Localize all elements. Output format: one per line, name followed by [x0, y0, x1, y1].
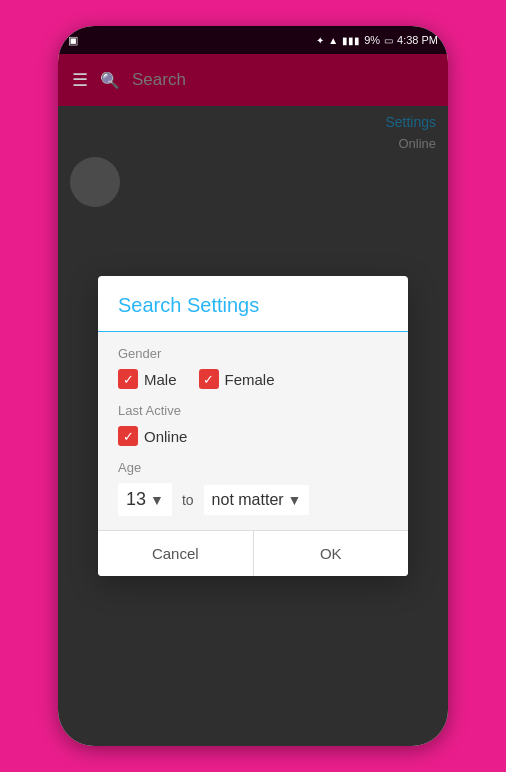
age-row: 13 ▼ to not matter ▼	[118, 483, 388, 516]
gender-row: ✓ Male ✓ Female	[118, 369, 388, 389]
search-icon: 🔍	[100, 71, 120, 90]
clock: 4:38 PM	[397, 34, 438, 46]
last-active-row: ✓ Online	[118, 426, 388, 446]
age-from-dropdown[interactable]: 13 ▼	[118, 483, 172, 516]
settings-icon: ✦	[316, 35, 324, 46]
female-checkbox-item[interactable]: ✓ Female	[199, 369, 275, 389]
age-to-connector: to	[182, 492, 194, 508]
phone-frame: ▣ ✦ ▲ ▮▮▮ 9% ▭ 4:38 PM ☰ 🔍 Settings Onli…	[58, 26, 448, 746]
dialog-title: Search Settings	[98, 276, 408, 332]
battery-icon: ▭	[384, 35, 393, 46]
modal-overlay: Search Settings Gender ✓ Male ✓ Female	[58, 106, 448, 746]
status-right: ✦ ▲ ▮▮▮ 9% ▭ 4:38 PM	[316, 34, 438, 46]
online-checkbox-item[interactable]: ✓ Online	[118, 426, 187, 446]
battery-percent: 9%	[364, 34, 380, 46]
status-left: ▣	[68, 34, 78, 47]
app-bar: ☰ 🔍	[58, 54, 448, 106]
online-checkbox[interactable]: ✓	[118, 426, 138, 446]
search-settings-dialog: Search Settings Gender ✓ Male ✓ Female	[98, 276, 408, 576]
dialog-body: Gender ✓ Male ✓ Female Last Active	[98, 332, 408, 530]
cancel-button[interactable]: Cancel	[98, 531, 253, 576]
menu-icon[interactable]: ☰	[72, 69, 88, 91]
age-to-value: not matter	[212, 491, 284, 509]
age-to-arrow-icon: ▼	[288, 492, 302, 508]
age-from-value: 13	[126, 489, 146, 510]
last-active-label: Last Active	[118, 403, 388, 418]
age-from-arrow-icon: ▼	[150, 492, 164, 508]
male-checkbox-item[interactable]: ✓ Male	[118, 369, 177, 389]
female-label: Female	[225, 371, 275, 388]
online-label: Online	[144, 428, 187, 445]
ok-button[interactable]: OK	[253, 531, 409, 576]
age-label: Age	[118, 460, 388, 475]
status-bar: ▣ ✦ ▲ ▮▮▮ 9% ▭ 4:38 PM	[58, 26, 448, 54]
notification-icon: ▣	[68, 34, 78, 47]
search-input[interactable]	[132, 70, 434, 90]
age-to-dropdown[interactable]: not matter ▼	[204, 485, 310, 515]
wifi-icon: ▲	[328, 35, 338, 46]
gender-label: Gender	[118, 346, 388, 361]
dialog-actions: Cancel OK	[98, 530, 408, 576]
male-checkbox[interactable]: ✓	[118, 369, 138, 389]
age-section: Age 13 ▼ to not matter ▼	[118, 460, 388, 516]
male-label: Male	[144, 371, 177, 388]
signal-icon: ▮▮▮	[342, 35, 360, 46]
bg-content: Settings Online Search Settings Gender ✓…	[58, 106, 448, 746]
female-checkbox[interactable]: ✓	[199, 369, 219, 389]
